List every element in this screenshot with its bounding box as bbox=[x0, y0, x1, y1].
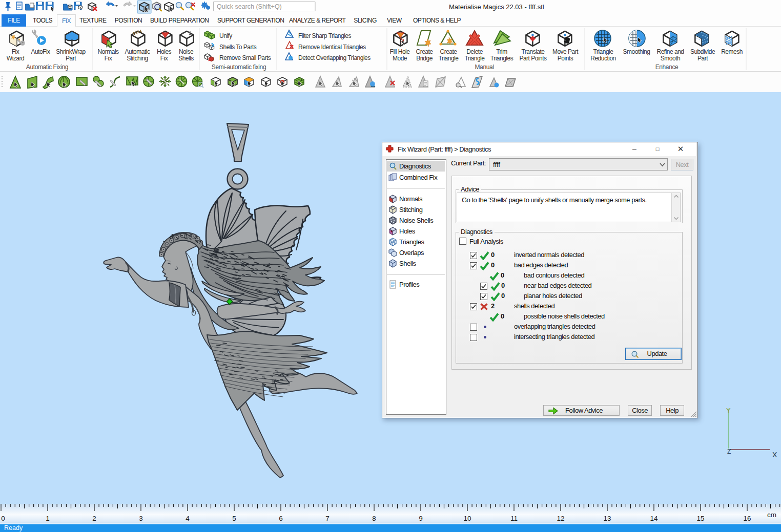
svg-text:1: 1 bbox=[46, 515, 50, 522]
svg-text:12: 12 bbox=[557, 515, 564, 522]
svg-text:9: 9 bbox=[419, 515, 423, 522]
svg-text:Y: Y bbox=[726, 407, 731, 414]
svg-text:4: 4 bbox=[186, 515, 190, 522]
svg-text:X: X bbox=[772, 451, 777, 459]
svg-text:13: 13 bbox=[603, 515, 611, 522]
svg-text:15: 15 bbox=[696, 515, 704, 522]
svg-text:8: 8 bbox=[372, 515, 376, 522]
svg-text:cm: cm bbox=[767, 511, 776, 519]
svg-text:16: 16 bbox=[743, 515, 751, 522]
svg-text:Z: Z bbox=[727, 448, 731, 455]
svg-text:6: 6 bbox=[279, 515, 283, 522]
svg-text:5: 5 bbox=[232, 515, 236, 522]
svg-text:7: 7 bbox=[325, 515, 330, 522]
svg-text:2: 2 bbox=[92, 515, 96, 522]
svg-text:0: 0 bbox=[1, 515, 5, 522]
svg-text:14: 14 bbox=[650, 515, 658, 522]
svg-text:11: 11 bbox=[510, 515, 518, 522]
svg-text:10: 10 bbox=[463, 515, 471, 522]
svg-text:3: 3 bbox=[139, 515, 143, 522]
